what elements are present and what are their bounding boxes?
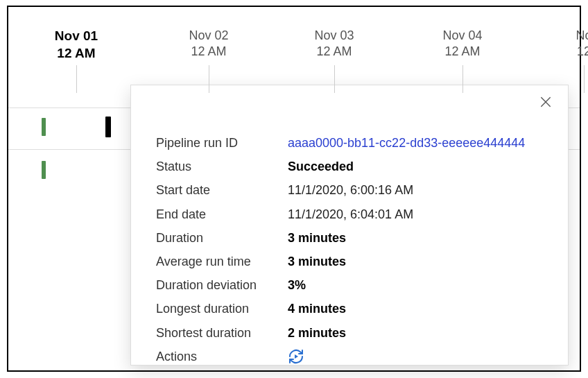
rerun-icon[interactable] (288, 348, 304, 365)
detail-value: 3 minutes (288, 250, 346, 273)
detail-label: Status (156, 155, 288, 178)
tick-time: 12 AM (55, 45, 98, 62)
detail-value: 4 minutes (288, 297, 346, 320)
tick-line (209, 65, 209, 93)
tick-time: 12 AM (189, 44, 228, 60)
tick-line (334, 65, 335, 93)
tick-time: 12 AM (314, 44, 354, 60)
tick-date: Nov 01 (55, 28, 98, 45)
run-details-popup: Pipeline run ID aaaa0000-bb11-cc22-dd33-… (130, 85, 569, 366)
detail-label: Actions (156, 345, 288, 368)
pipeline-run-marker[interactable] (42, 118, 46, 136)
detail-value: Succeeded (288, 155, 354, 178)
detail-pipeline-run-id: Pipeline run ID aaaa0000-bb11-cc22-dd33-… (156, 131, 543, 155)
detail-status: Status Succeeded (156, 155, 543, 178)
detail-duration: Duration 3 minutes (156, 226, 543, 250)
pipeline-run-marker[interactable] (42, 161, 46, 179)
svg-marker-2 (295, 354, 298, 359)
detail-value: 11/1/2020, 6:00:16 AM (288, 178, 413, 202)
detail-label: Longest duration (156, 297, 288, 320)
detail-value: 3 minutes (288, 226, 346, 250)
timeline-tick: Nov 0312 AM (314, 28, 354, 60)
detail-label: Average run time (156, 250, 288, 273)
detail-label: Start date (156, 178, 288, 202)
run-details-list: Pipeline run ID aaaa0000-bb11-cc22-dd33-… (156, 131, 543, 368)
tick-time: 12 AM (442, 44, 482, 60)
tick-time: 12 (576, 44, 588, 60)
detail-longest-duration: Longest duration 4 minutes (156, 297, 543, 320)
close-icon[interactable] (539, 95, 555, 112)
tick-date: Nov 02 (189, 28, 228, 44)
timeline-tick: Nov 0212 AM (189, 28, 228, 60)
tick-line (584, 65, 585, 93)
detail-shortest-duration: Shortest duration 2 minutes (156, 321, 543, 345)
detail-label: Pipeline run ID (156, 131, 288, 155)
detail-value: 3% (288, 273, 306, 297)
tick-date: Nov 03 (314, 28, 354, 44)
detail-label: Duration deviation (156, 273, 288, 297)
tick-line (462, 65, 463, 93)
detail-label: End date (156, 203, 288, 226)
gantt-view: Nov 0112 AMNov 0212 AMNov 0312 AMNov 041… (7, 6, 581, 372)
timeline-tick: Nov 0412 AM (442, 28, 482, 60)
pipeline-run-id-link[interactable]: aaaa0000-bb11-cc22-dd33-eeeeee444444 (288, 131, 525, 155)
pipeline-run-marker-selected[interactable] (105, 117, 111, 137)
timeline-tick: Nov 0112 AM (55, 28, 98, 62)
detail-start-date: Start date 11/1/2020, 6:00:16 AM (156, 178, 543, 202)
detail-value: 11/1/2020, 6:04:01 AM (288, 203, 413, 226)
detail-actions: Actions (156, 345, 543, 368)
tick-line (76, 65, 77, 93)
detail-duration-deviation: Duration deviation 3% (156, 273, 543, 297)
tick-date: No (576, 28, 588, 44)
tick-date: Nov 04 (442, 28, 482, 44)
detail-value: 2 minutes (288, 321, 346, 345)
detail-label: Duration (156, 226, 288, 250)
timeline-tick: No12 (576, 28, 588, 60)
detail-end-date: End date 11/1/2020, 6:04:01 AM (156, 203, 543, 226)
timeline-header: Nov 0112 AMNov 0212 AMNov 0312 AMNov 041… (8, 7, 580, 65)
detail-label: Shortest duration (156, 321, 288, 345)
detail-average-run-time: Average run time 3 minutes (156, 250, 543, 273)
